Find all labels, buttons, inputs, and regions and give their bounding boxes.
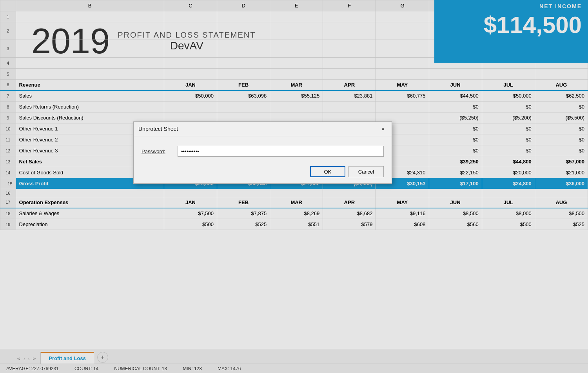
unprotect-sheet-dialog: Unprotect Sheet × Password: OK Cancel xyxy=(133,121,392,184)
spreadsheet-container: NET INCOME $114,500 2019 PROFIT AND LOSS… xyxy=(0,0,588,373)
modal-title-text: Unprotect Sheet xyxy=(138,126,178,132)
password-input[interactable] xyxy=(178,146,384,157)
modal-cancel-button[interactable]: Cancel xyxy=(348,166,384,177)
modal-buttons: OK Cancel xyxy=(142,166,384,177)
modal-close-button[interactable]: × xyxy=(379,125,387,133)
modal-overlay: Unprotect Sheet × Password: OK Cancel xyxy=(0,0,588,373)
modal-ok-button[interactable]: OK xyxy=(310,166,345,177)
password-row: Password: xyxy=(142,146,384,157)
modal-body: Password: OK Cancel xyxy=(134,136,392,183)
password-label: Password: xyxy=(142,148,173,154)
modal-title-bar: Unprotect Sheet × xyxy=(134,122,392,136)
